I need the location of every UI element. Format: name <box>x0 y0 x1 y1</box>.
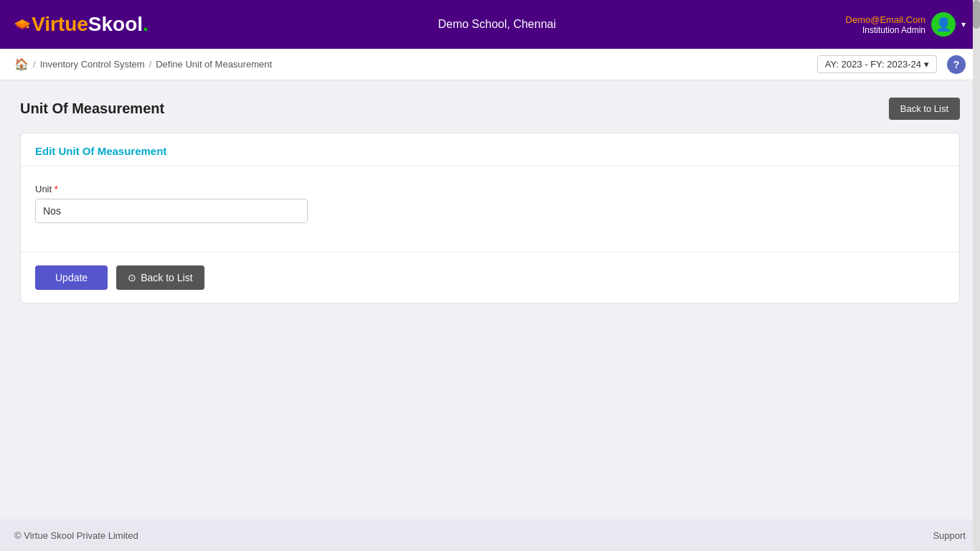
fy-selector[interactable]: AY: 2023 - FY: 2023-24 ▾ <box>817 55 937 73</box>
support-link[interactable]: Support <box>933 530 966 541</box>
card-body: Unit * <box>21 166 959 253</box>
user-info: Demo@Email.Com Institution Admin <box>846 14 925 35</box>
breadcrumb-sep-1: / <box>33 59 36 70</box>
back-to-list-top-button[interactable]: Back to List <box>889 98 960 120</box>
fy-arrow-icon: ▾ <box>924 59 929 70</box>
update-button[interactable]: Update <box>35 265 108 290</box>
cap-icon <box>14 19 30 30</box>
help-button[interactable]: ? <box>947 55 966 74</box>
logo-area: VirtueSkool. <box>14 13 149 36</box>
user-dropdown-arrow[interactable]: ▾ <box>961 19 966 29</box>
breadcrumb-sep-2: / <box>149 59 152 70</box>
edit-card: Edit Unit Of Measurement Unit * Update ⊙… <box>20 133 960 303</box>
scrollbar-thumb[interactable] <box>973 0 980 29</box>
user-area: Demo@Email.Com Institution Admin 👤 ▾ <box>846 12 966 37</box>
copyright-text: © Virtue Skool Private Limited <box>14 530 138 541</box>
breadcrumb-bar: 🏠 / Inventory Control System / Define Un… <box>0 49 980 80</box>
scrollbar-track <box>973 0 980 551</box>
fy-label: AY: 2023 - FY: 2023-24 <box>825 59 921 70</box>
breadcrumb-current: Define Unit of Measurement <box>156 59 272 70</box>
app-header: VirtueSkool. Demo School, Chennai Demo@E… <box>0 0 980 49</box>
avatar-icon: 👤 <box>936 17 951 32</box>
user-role: Institution Admin <box>846 25 925 35</box>
unit-input[interactable] <box>35 199 308 223</box>
breadcrumb-inventory-link[interactable]: Inventory Control System <box>40 59 145 70</box>
main-content: Unit Of Measurement Back to List Edit Un… <box>0 80 980 519</box>
unit-label: Unit * <box>35 184 945 194</box>
breadcrumb-right: AY: 2023 - FY: 2023-24 ▾ ? <box>817 55 966 74</box>
card-header: Edit Unit Of Measurement <box>21 133 959 166</box>
unit-form-group: Unit * <box>35 184 945 223</box>
card-footer: Update ⊙ Back to List <box>21 253 959 303</box>
breadcrumb: 🏠 / Inventory Control System / Define Un… <box>14 57 272 71</box>
page-title: Unit Of Measurement <box>20 100 164 117</box>
avatar[interactable]: 👤 <box>931 12 956 37</box>
page-footer: © Virtue Skool Private Limited Support <box>0 519 980 551</box>
home-icon[interactable]: 🏠 <box>14 57 29 71</box>
required-star: * <box>55 184 58 194</box>
back-list-label: Back to List <box>141 272 192 283</box>
school-name: Demo School, Chennai <box>438 18 556 31</box>
back-to-list-button[interactable]: ⊙ Back to List <box>116 265 204 290</box>
page-header: Unit Of Measurement Back to List <box>20 98 960 120</box>
back-list-icon: ⊙ <box>128 272 136 283</box>
svg-point-3 <box>27 27 29 29</box>
user-email: Demo@Email.Com <box>846 14 925 25</box>
card-title: Edit Unit Of Measurement <box>35 145 166 157</box>
logo-text: VirtueSkool. <box>32 13 149 36</box>
